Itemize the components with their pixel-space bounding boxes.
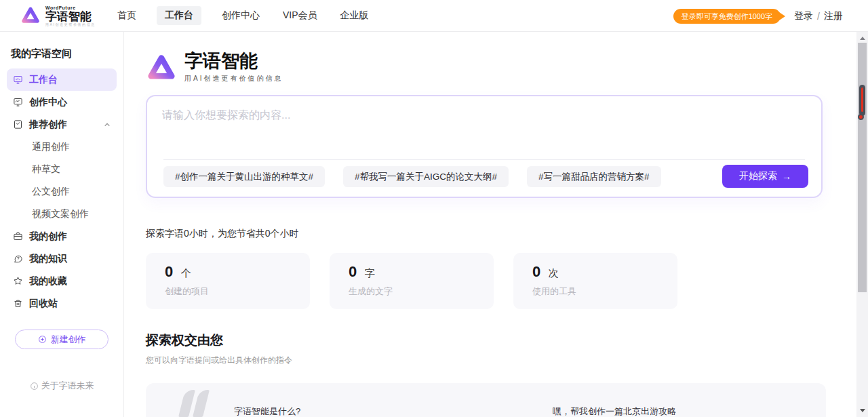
stat-value: 0 (165, 263, 173, 280)
about-label: 关于字语未来 (41, 380, 94, 392)
sidebar-subitem-official[interactable]: 公文创作 (0, 180, 123, 203)
hero-tagline: 用AI创造更有价值的信息 (184, 74, 283, 83)
trash-icon (13, 298, 23, 309)
sidebar-item-label: 推荐创作 (29, 119, 67, 131)
stat-label: 创建的项目 (165, 285, 310, 298)
stat-value: 0 (532, 263, 540, 280)
stat-cards-row: 0 个 创建的项目 0 字 生成的文字 0 次 使用的工具 (146, 253, 856, 309)
brand-triangle-icon (20, 5, 41, 26)
about-link[interactable]: 关于字语未来 (0, 380, 123, 392)
sidebar-item-my-favorites[interactable]: 我的收藏 (7, 270, 117, 292)
sidebar-item-label: 创作中心 (29, 96, 67, 108)
explore-section-subtitle: 您可以向字语提问或给出具体创作的指令 (146, 355, 856, 366)
sidebar-item-recycle-bin[interactable]: 回收站 (7, 292, 117, 315)
header-right: 登录即可享免费创作1000字 登录 / 注册 (673, 0, 843, 32)
auth-separator: / (817, 11, 820, 22)
vertical-scrollbar (856, 32, 868, 417)
top-header: WordFuture 字语智能 用AI创造更有价值的信息 首页 工作台 创作中心… (0, 0, 868, 32)
stat-unit: 个 (181, 267, 191, 279)
top-navigation: 首页 工作台 创作中心 VIP会员 企业版 (115, 6, 372, 25)
sidebar: 我的字语空间 工作台 创作中心 推荐创作 通用创作 种草文 公文创作 视频文案创… (0, 32, 124, 417)
sidebar-item-creation-center[interactable]: 创作中心 (7, 91, 117, 113)
sidebar-title: 我的字语空间 (11, 47, 123, 60)
stat-card-tools: 0 次 使用的工具 (513, 253, 677, 309)
sidebar-item-label: 我的收藏 (29, 275, 67, 287)
scrollbar-thumb[interactable] (858, 43, 867, 292)
hero-brand-name: 字语智能 (184, 52, 283, 71)
stat-value-row: 0 字 (349, 263, 494, 281)
sidebar-item-my-knowledge[interactable]: 我的知识 (7, 247, 117, 270)
stats-summary: 探索字语0小时，为您节省共0个小时 (146, 228, 856, 240)
arrow-right-icon: → (782, 171, 791, 182)
stat-label: 使用的工具 (532, 285, 677, 298)
chevron-up-icon[interactable] (104, 121, 111, 128)
nav-vip[interactable]: VIP会员 (280, 6, 320, 25)
nav-home[interactable]: 首页 (115, 6, 139, 25)
nav-enterprise[interactable]: 企业版 (338, 6, 372, 25)
brand-name: 字语智能 (45, 11, 96, 22)
sidebar-item-workbench[interactable]: 工作台 (7, 68, 117, 91)
scrollbar-up-arrow[interactable] (856, 33, 868, 43)
scroll-position-marker-icon (859, 85, 865, 116)
question-bubble-icon (13, 254, 23, 264)
info-circle-icon (30, 382, 39, 391)
sidebar-item-recommended[interactable]: 推荐创作 (7, 113, 117, 136)
sidebar-item-label: 我的创作 (29, 231, 67, 243)
brand-tagline-tiny: 用AI创造更有价值的信息 (45, 23, 96, 26)
start-explore-label: 开始探索 (739, 170, 777, 182)
example-question-right[interactable]: 嘿，帮我创作一篇北京出游攻略 (553, 405, 676, 417)
register-link[interactable]: 注册 (824, 10, 843, 22)
suggestion-chip-huangshan[interactable]: #创作一篇关于黄山出游的种草文# (163, 166, 325, 187)
main-content: 字语智能 用AI创造更有价值的信息 #创作一篇关于黄山出游的种草文# #帮我写一… (125, 32, 856, 417)
suggestion-chips-row: #创作一篇关于黄山出游的种草文# #帮我写一篇关于AIGC的论文大纲# #写一篇… (163, 165, 808, 188)
stat-unit: 次 (549, 267, 559, 279)
stat-card-projects: 0 个 创建的项目 (146, 253, 310, 309)
suggestion-chip-aigc[interactable]: #帮我写一篇关于AIGC的论文大纲# (343, 166, 509, 187)
search-input[interactable] (162, 108, 800, 153)
briefcase-icon (13, 231, 23, 241)
start-explore-button[interactable]: 开始探索 → (722, 165, 808, 188)
stat-card-words: 0 字 生成的文字 (330, 253, 494, 309)
auth-links: 登录 / 注册 (794, 10, 843, 22)
sidebar-menu: 工作台 创作中心 推荐创作 通用创作 种草文 公文创作 视频文案创作 我的创作 (0, 68, 123, 315)
star-icon (13, 276, 23, 286)
brand-text: WordFuture 字语智能 用AI创造更有价值的信息 (45, 5, 96, 26)
sidebar-subitem-seeding[interactable]: 种草文 (0, 158, 123, 180)
nav-workbench[interactable]: 工作台 (157, 6, 201, 25)
example-question-left[interactable]: 字语智能是什么? (234, 405, 300, 417)
suggestion-chip-dessert[interactable]: #写一篇甜品店的营销方案# (527, 166, 661, 187)
plus-circle-icon (38, 335, 47, 344)
sidebar-item-label: 工作台 (29, 74, 58, 86)
hero-text: 字语智能 用AI创造更有价值的信息 (184, 52, 283, 83)
example-prompts-card: 字语智能是什么? 嘿，帮我创作一篇北京出游攻略 (146, 383, 826, 417)
creation-center-icon (13, 97, 23, 107)
stat-unit: 字 (365, 267, 375, 279)
hero-logo: 字语智能 用AI创造更有价值的信息 (146, 52, 856, 83)
brand-small-label: WordFuture (45, 5, 96, 10)
new-creation-label: 新建创作 (51, 334, 86, 346)
quote-icon (182, 390, 206, 417)
nav-creation-center[interactable]: 创作中心 (219, 6, 262, 25)
new-creation-button[interactable]: 新建创作 (15, 330, 108, 349)
sidebar-subitem-video-copy[interactable]: 视频文案创作 (0, 203, 123, 225)
stat-value: 0 (349, 263, 357, 280)
stat-value-row: 0 个 (165, 263, 310, 281)
stat-label: 生成的文字 (349, 285, 494, 298)
stat-value-row: 0 次 (532, 263, 677, 281)
sidebar-item-label: 我的知识 (29, 253, 67, 265)
login-link[interactable]: 登录 (794, 10, 813, 22)
header-logo[interactable]: WordFuture 字语智能 用AI创造更有价值的信息 (20, 5, 96, 26)
hero-triangle-icon (146, 52, 177, 83)
login-promo-badge[interactable]: 登录即可享免费创作1000字 (673, 9, 781, 24)
recommended-clipboard-icon (13, 119, 23, 130)
sidebar-item-label: 回收站 (29, 298, 58, 310)
search-divider (163, 159, 805, 160)
scrollbar-down-arrow[interactable] (856, 405, 868, 416)
search-panel: #创作一篇关于黄山出游的种草文# #帮我写一篇关于AIGC的论文大纲# #写一篇… (146, 95, 823, 198)
sidebar-subitem-general[interactable]: 通用创作 (0, 136, 123, 158)
workbench-monitor-icon (13, 75, 23, 85)
sidebar-item-my-creations[interactable]: 我的创作 (7, 225, 117, 247)
explore-section-title: 探索权交由您 (146, 332, 856, 349)
